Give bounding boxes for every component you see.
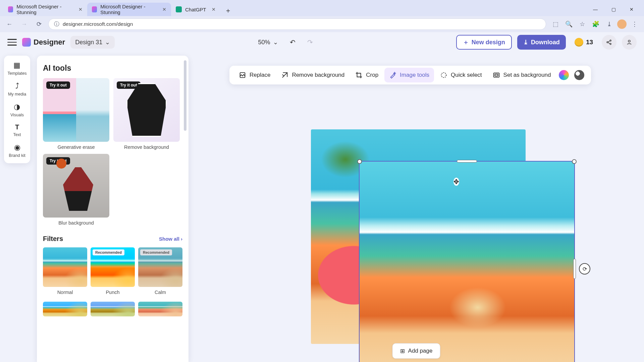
- tab-chatgpt[interactable]: ChatGPT ✕: [171, 3, 220, 16]
- brand-kit-icon: ◉: [14, 143, 20, 152]
- profile-avatar[interactable]: [617, 19, 627, 29]
- close-icon[interactable]: ✕: [78, 7, 83, 12]
- ai-card-caption: Remove background: [113, 144, 180, 150]
- rail-brand-kit[interactable]: ◉ Brand kit: [9, 143, 25, 158]
- extensions-icon[interactable]: 🧩: [590, 19, 601, 29]
- chevron-down-icon: ⌄: [273, 39, 278, 46]
- tab-title: Microsoft Designer - Stunning: [16, 4, 73, 15]
- zoom-icon[interactable]: 🔍: [564, 19, 574, 29]
- browser-addressbar: ← → ⟳ ⓘ designer.microsoft.com/design ⬚ …: [0, 16, 644, 32]
- selected-image[interactable]: ⟳: [360, 162, 574, 362]
- filter-thumbnail[interactable]: [138, 302, 182, 316]
- ai-card-generative-erase[interactable]: Try it out Generative erase: [43, 78, 109, 150]
- address-field[interactable]: ⓘ designer.microsoft.com/design: [48, 18, 546, 30]
- brand-label: Designer: [34, 38, 65, 47]
- add-page-label: Add page: [408, 348, 433, 354]
- ai-card-blur-background[interactable]: Try it out Blur background: [43, 154, 109, 226]
- new-tab-button[interactable]: ＋: [222, 5, 234, 16]
- svg-point-1: [610, 40, 611, 41]
- ai-card-caption: Generative erase: [43, 144, 109, 150]
- tab-designer-1[interactable]: Microsoft Designer - Stunning ✕: [3, 3, 87, 16]
- upload-icon: ⤴: [15, 82, 19, 90]
- visuals-icon: ◑: [14, 103, 20, 111]
- install-app-icon[interactable]: ⬚: [550, 19, 561, 29]
- browser-titlebar: Microsoft Designer - Stunning ✕ Microsof…: [0, 0, 644, 16]
- reload-button[interactable]: ⟳: [34, 19, 44, 29]
- resize-edge-n[interactable]: [457, 160, 477, 163]
- resize-handle-nw[interactable]: [357, 159, 362, 164]
- new-design-button[interactable]: ＋ New design: [456, 35, 512, 50]
- coins-balance[interactable]: 13: [571, 35, 596, 50]
- chevron-down-icon: ⌄: [105, 39, 110, 46]
- close-icon[interactable]: ✕: [162, 7, 166, 12]
- rail-label: My media: [8, 92, 26, 97]
- canvas[interactable]: ⟳ ✥ ⊞ Add page: [189, 66, 644, 362]
- app-topbar: Designer Design 31 ⌄ 50% ⌄ ↶ ↷ ＋ New des…: [0, 32, 644, 52]
- download-label: Download: [531, 39, 560, 46]
- menu-button[interactable]: [7, 39, 17, 46]
- design-name-dropdown[interactable]: Design 31 ⌄: [70, 36, 115, 49]
- rail-templates[interactable]: ▦ Templates: [8, 61, 27, 76]
- maximize-button[interactable]: ▢: [604, 3, 623, 16]
- rotate-handle[interactable]: ⟳: [579, 263, 590, 275]
- share-button[interactable]: [602, 35, 616, 50]
- site-info-icon[interactable]: ⓘ: [54, 21, 59, 28]
- redo-button[interactable]: ↷: [304, 36, 316, 48]
- ai-card-remove-background[interactable]: Try it out Remove background: [113, 78, 180, 150]
- design-name: Design 31: [75, 39, 102, 46]
- recommended-badge: Recommended: [93, 249, 124, 255]
- new-design-label: New design: [472, 39, 505, 46]
- filter-thumbnail[interactable]: [91, 302, 135, 316]
- text-icon: T: [15, 123, 19, 131]
- show-all-link[interactable]: Show all ›: [159, 236, 182, 242]
- brand[interactable]: Designer: [22, 38, 65, 47]
- tab-title: ChatGPT: [185, 7, 206, 12]
- close-icon[interactable]: ✕: [212, 7, 216, 12]
- filter-normal[interactable]: Normal: [43, 247, 87, 295]
- svg-point-0: [607, 42, 608, 43]
- rail-my-media[interactable]: ⤴ My media: [8, 82, 26, 97]
- resize-handle-ne[interactable]: [572, 159, 577, 164]
- chrome-menu-icon[interactable]: ⋮: [629, 19, 640, 29]
- filters-heading: Filters: [43, 235, 63, 243]
- bookmark-icon[interactable]: ☆: [577, 19, 588, 29]
- designer-logo-icon: [22, 38, 31, 47]
- favicon-designer-icon: [92, 6, 97, 12]
- templates-icon: ▦: [13, 61, 20, 70]
- favicon-designer-icon: [8, 6, 13, 12]
- close-window-button[interactable]: ✕: [623, 3, 641, 16]
- scrollbar[interactable]: [184, 60, 186, 131]
- rail-text[interactable]: T Text: [13, 123, 21, 137]
- forward-button[interactable]: →: [19, 19, 30, 29]
- filter-thumbnail[interactable]: [43, 302, 87, 316]
- coin-count: 13: [586, 39, 593, 46]
- zoom-dropdown[interactable]: 50% ⌄: [255, 37, 281, 48]
- rail-label: Brand kit: [9, 153, 25, 158]
- svg-point-2: [610, 43, 611, 45]
- back-button[interactable]: ←: [4, 19, 15, 29]
- downloads-icon[interactable]: ⤓: [604, 19, 614, 29]
- resize-edge-e[interactable]: [573, 259, 576, 279]
- undo-button[interactable]: ↶: [287, 36, 299, 48]
- download-button[interactable]: ⤓ Download: [517, 35, 566, 50]
- url-text: designer.microsoft.com/design: [63, 21, 133, 27]
- window-controls: — ▢ ✕: [586, 3, 641, 16]
- zoom-value: 50%: [258, 39, 270, 46]
- filter-punch[interactable]: Recommended Punch: [91, 247, 135, 295]
- coin-icon: [575, 38, 583, 47]
- filter-caption: Punch: [91, 290, 135, 295]
- add-page-button[interactable]: ⊞ Add page: [392, 343, 440, 359]
- filter-calm[interactable]: Recommended Calm: [138, 247, 182, 295]
- move-cursor-icon: ✥: [453, 178, 459, 186]
- side-panel: AI tools Try it out Generative erase Try…: [37, 56, 189, 362]
- recommended-badge: Recommended: [140, 249, 172, 255]
- minimize-button[interactable]: —: [586, 3, 604, 16]
- account-button[interactable]: [622, 35, 637, 50]
- rail-label: Templates: [8, 71, 27, 76]
- tab-designer-2[interactable]: Microsoft Designer - Stunning ✕: [87, 3, 171, 16]
- rail-visuals[interactable]: ◑ Visuals: [10, 103, 24, 117]
- rail-label: Text: [13, 132, 21, 137]
- ai-card-caption: Blur background: [43, 220, 109, 226]
- tab-title: Microsoft Designer - Stunning: [100, 4, 157, 15]
- download-icon: ⤓: [523, 39, 528, 46]
